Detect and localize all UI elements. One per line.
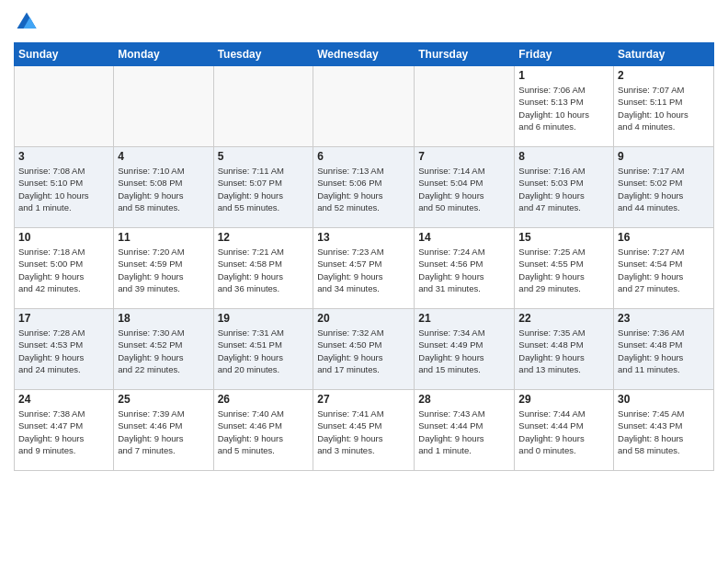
day-info: Sunrise: 7:39 AM Sunset: 4:46 PM Dayligh… [118, 408, 209, 456]
day-number: 11 [118, 231, 209, 244]
day-info: Sunrise: 7:31 AM Sunset: 4:51 PM Dayligh… [218, 327, 310, 375]
day-info: Sunrise: 7:24 AM Sunset: 4:56 PM Dayligh… [418, 246, 510, 294]
calendar-cell: 25Sunrise: 7:39 AM Sunset: 4:46 PM Dayli… [114, 390, 213, 471]
calendar-cell: 4Sunrise: 7:10 AM Sunset: 5:08 PM Daylig… [114, 147, 213, 228]
day-number: 22 [518, 312, 609, 325]
day-info: Sunrise: 7:45 AM Sunset: 4:43 PM Dayligh… [618, 408, 710, 456]
week-row-4: 17Sunrise: 7:28 AM Sunset: 4:53 PM Dayli… [15, 309, 714, 390]
day-info: Sunrise: 7:08 AM Sunset: 5:10 PM Dayligh… [18, 165, 109, 213]
week-row-2: 3Sunrise: 7:08 AM Sunset: 5:10 PM Daylig… [15, 147, 714, 228]
weekday-header-sunday: Sunday [15, 43, 114, 66]
day-info: Sunrise: 7:44 AM Sunset: 4:44 PM Dayligh… [518, 408, 609, 456]
week-row-3: 10Sunrise: 7:18 AM Sunset: 5:00 PM Dayli… [15, 228, 714, 309]
calendar-cell: 10Sunrise: 7:18 AM Sunset: 5:00 PM Dayli… [15, 228, 114, 309]
logo [14, 9, 43, 35]
day-number: 25 [118, 393, 209, 406]
day-number: 7 [418, 150, 510, 163]
day-number: 18 [118, 312, 209, 325]
page-container: SundayMondayTuesdayWednesdayThursdayFrid… [0, 0, 728, 480]
day-number: 13 [317, 231, 410, 244]
day-info: Sunrise: 7:20 AM Sunset: 4:59 PM Dayligh… [118, 246, 209, 294]
calendar-cell [114, 66, 213, 147]
day-info: Sunrise: 7:23 AM Sunset: 4:57 PM Dayligh… [317, 246, 410, 294]
calendar-cell [415, 66, 515, 147]
calendar-cell: 1Sunrise: 7:06 AM Sunset: 5:13 PM Daylig… [515, 66, 614, 147]
calendar-cell [313, 66, 415, 147]
day-number: 19 [218, 312, 310, 325]
logo-icon [14, 9, 40, 35]
day-info: Sunrise: 7:35 AM Sunset: 4:48 PM Dayligh… [518, 327, 609, 375]
day-number: 10 [18, 231, 109, 244]
header [14, 9, 714, 35]
weekday-header-friday: Friday [515, 43, 614, 66]
day-info: Sunrise: 7:21 AM Sunset: 4:58 PM Dayligh… [218, 246, 310, 294]
day-info: Sunrise: 7:34 AM Sunset: 4:49 PM Dayligh… [418, 327, 510, 375]
day-info: Sunrise: 7:36 AM Sunset: 4:48 PM Dayligh… [618, 327, 710, 375]
week-row-1: 1Sunrise: 7:06 AM Sunset: 5:13 PM Daylig… [15, 66, 714, 147]
weekday-header-monday: Monday [114, 43, 213, 66]
day-number: 16 [618, 231, 710, 244]
day-number: 5 [218, 150, 310, 163]
day-number: 23 [618, 312, 710, 325]
calendar-cell: 8Sunrise: 7:16 AM Sunset: 5:03 PM Daylig… [515, 147, 614, 228]
calendar-cell: 11Sunrise: 7:20 AM Sunset: 4:59 PM Dayli… [114, 228, 213, 309]
calendar-cell: 26Sunrise: 7:40 AM Sunset: 4:46 PM Dayli… [213, 390, 313, 471]
day-number: 8 [518, 150, 609, 163]
day-info: Sunrise: 7:11 AM Sunset: 5:07 PM Dayligh… [218, 165, 310, 213]
calendar-cell: 22Sunrise: 7:35 AM Sunset: 4:48 PM Dayli… [515, 309, 614, 390]
weekday-header-wednesday: Wednesday [313, 43, 415, 66]
calendar-cell: 9Sunrise: 7:17 AM Sunset: 5:02 PM Daylig… [614, 147, 714, 228]
day-info: Sunrise: 7:10 AM Sunset: 5:08 PM Dayligh… [118, 165, 209, 213]
calendar-cell: 18Sunrise: 7:30 AM Sunset: 4:52 PM Dayli… [114, 309, 213, 390]
day-info: Sunrise: 7:07 AM Sunset: 5:11 PM Dayligh… [618, 84, 710, 132]
day-info: Sunrise: 7:28 AM Sunset: 4:53 PM Dayligh… [18, 327, 109, 375]
calendar-cell: 24Sunrise: 7:38 AM Sunset: 4:47 PM Dayli… [15, 390, 114, 471]
calendar-cell: 19Sunrise: 7:31 AM Sunset: 4:51 PM Dayli… [213, 309, 313, 390]
day-number: 15 [518, 231, 609, 244]
calendar-cell: 23Sunrise: 7:36 AM Sunset: 4:48 PM Dayli… [614, 309, 714, 390]
calendar-cell: 7Sunrise: 7:14 AM Sunset: 5:04 PM Daylig… [415, 147, 515, 228]
day-number: 2 [618, 69, 710, 82]
calendar-cell: 16Sunrise: 7:27 AM Sunset: 4:54 PM Dayli… [614, 228, 714, 309]
calendar-cell [213, 66, 313, 147]
day-number: 24 [18, 393, 109, 406]
calendar-cell: 21Sunrise: 7:34 AM Sunset: 4:49 PM Dayli… [415, 309, 515, 390]
week-row-5: 24Sunrise: 7:38 AM Sunset: 4:47 PM Dayli… [15, 390, 714, 471]
calendar-cell: 28Sunrise: 7:43 AM Sunset: 4:44 PM Dayli… [415, 390, 515, 471]
day-number: 4 [118, 150, 209, 163]
day-number: 26 [218, 393, 310, 406]
day-info: Sunrise: 7:27 AM Sunset: 4:54 PM Dayligh… [618, 246, 710, 294]
calendar-cell: 6Sunrise: 7:13 AM Sunset: 5:06 PM Daylig… [313, 147, 415, 228]
weekday-header-tuesday: Tuesday [213, 43, 313, 66]
day-info: Sunrise: 7:43 AM Sunset: 4:44 PM Dayligh… [418, 408, 510, 456]
day-number: 3 [18, 150, 109, 163]
day-info: Sunrise: 7:40 AM Sunset: 4:46 PM Dayligh… [218, 408, 310, 456]
calendar-cell: 14Sunrise: 7:24 AM Sunset: 4:56 PM Dayli… [415, 228, 515, 309]
day-number: 14 [418, 231, 510, 244]
day-number: 28 [418, 393, 510, 406]
calendar-cell: 29Sunrise: 7:44 AM Sunset: 4:44 PM Dayli… [515, 390, 614, 471]
day-info: Sunrise: 7:16 AM Sunset: 5:03 PM Dayligh… [518, 165, 609, 213]
calendar-cell: 30Sunrise: 7:45 AM Sunset: 4:43 PM Dayli… [614, 390, 714, 471]
day-number: 21 [418, 312, 510, 325]
calendar-cell: 27Sunrise: 7:41 AM Sunset: 4:45 PM Dayli… [313, 390, 415, 471]
day-info: Sunrise: 7:13 AM Sunset: 5:06 PM Dayligh… [317, 165, 410, 213]
day-info: Sunrise: 7:25 AM Sunset: 4:55 PM Dayligh… [518, 246, 609, 294]
day-number: 9 [618, 150, 710, 163]
day-info: Sunrise: 7:14 AM Sunset: 5:04 PM Dayligh… [418, 165, 510, 213]
calendar-cell: 2Sunrise: 7:07 AM Sunset: 5:11 PM Daylig… [614, 66, 714, 147]
day-info: Sunrise: 7:38 AM Sunset: 4:47 PM Dayligh… [18, 408, 109, 456]
calendar-cell: 13Sunrise: 7:23 AM Sunset: 4:57 PM Dayli… [313, 228, 415, 309]
day-number: 1 [518, 69, 609, 82]
day-info: Sunrise: 7:06 AM Sunset: 5:13 PM Dayligh… [518, 84, 609, 132]
weekday-header-row: SundayMondayTuesdayWednesdayThursdayFrid… [15, 43, 714, 66]
calendar-cell: 17Sunrise: 7:28 AM Sunset: 4:53 PM Dayli… [15, 309, 114, 390]
day-info: Sunrise: 7:17 AM Sunset: 5:02 PM Dayligh… [618, 165, 710, 213]
day-number: 30 [618, 393, 710, 406]
day-number: 27 [317, 393, 410, 406]
calendar-cell [15, 66, 114, 147]
weekday-header-thursday: Thursday [415, 43, 515, 66]
calendar-cell: 15Sunrise: 7:25 AM Sunset: 4:55 PM Dayli… [515, 228, 614, 309]
weekday-header-saturday: Saturday [614, 43, 714, 66]
calendar-cell: 3Sunrise: 7:08 AM Sunset: 5:10 PM Daylig… [15, 147, 114, 228]
